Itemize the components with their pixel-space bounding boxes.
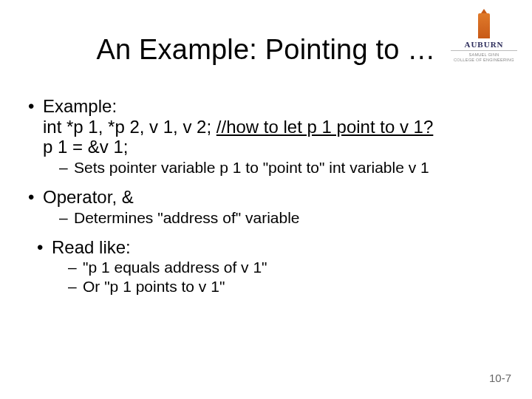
bullet-readlike-head: Read like: (52, 237, 131, 258)
example-line1-code: int *p 1, *p 2, v 1, v 2; (43, 117, 216, 137)
logo-sub1: SAMUEL GINN (451, 52, 517, 57)
dash-icon: – (68, 278, 83, 296)
logo-divider (451, 50, 517, 51)
slide-number: 10-7 (489, 372, 511, 384)
readlike-sub-list: – "p 1 equals address of v 1" – Or "p 1 … (37, 259, 504, 296)
example-line1: int *p 1, *p 2, v 1, v 2; //how to let p… (43, 117, 504, 137)
dash-icon: – (59, 159, 74, 177)
example-code-block: int *p 1, *p 2, v 1, v 2; //how to let p… (28, 117, 504, 157)
example-sub-list: – Sets pointer variable p 1 to "point to… (28, 159, 504, 177)
logo-university: AUBURN (451, 40, 517, 49)
auburn-logo: AUBURN SAMUEL GINN COLLEGE OF ENGINEERIN… (451, 13, 517, 62)
bullet-dot-icon: • (28, 96, 43, 117)
readlike-sub2-text: Or "p 1 points to v 1" (83, 278, 225, 296)
bullet-dot-icon: • (28, 187, 43, 208)
tower-icon (478, 13, 490, 38)
dash-icon: – (68, 259, 83, 276)
operator-sub1-text: Determines "address of" variable (74, 209, 300, 227)
bullet-operator: • Operator, & – Determines "address of" … (28, 187, 504, 227)
readlike-sub1-text: "p 1 equals address of v 1" (83, 259, 267, 276)
example-sub1-text: Sets pointer variable p 1 to "point to" … (74, 159, 429, 177)
dash-icon: – (59, 209, 74, 227)
bullet-list: • Example: int *p 1, *p 2, v 1, v 2; //h… (28, 96, 504, 296)
bullet-operator-head: Operator, & (43, 187, 134, 208)
operator-sub-list: – Determines "address of" variable (28, 209, 504, 227)
slide: An Example: Pointing to … AUBURN SAMUEL … (0, 0, 532, 399)
bullet-example: • Example: int *p 1, *p 2, v 1, v 2; //h… (28, 96, 504, 177)
logo-sub2: COLLEGE OF ENGINEERING (451, 58, 517, 62)
bullet-example-head: Example: (43, 96, 117, 117)
slide-body: • Example: int *p 1, *p 2, v 1, v 2; //h… (28, 96, 504, 301)
example-sub1: – Sets pointer variable p 1 to "point to… (59, 159, 504, 177)
operator-sub1: – Determines "address of" variable (59, 209, 504, 227)
readlike-sub2: – Or "p 1 points to v 1" (68, 278, 504, 296)
readlike-sub1: – "p 1 equals address of v 1" (68, 259, 504, 276)
example-line2: p 1 = &v 1; (43, 137, 504, 157)
example-line1-comment: //how to let p 1 point to v 1? (216, 117, 434, 137)
bullet-dot-icon: • (37, 237, 52, 258)
bullet-readlike: • Read like: – "p 1 equals address of v … (37, 237, 504, 296)
